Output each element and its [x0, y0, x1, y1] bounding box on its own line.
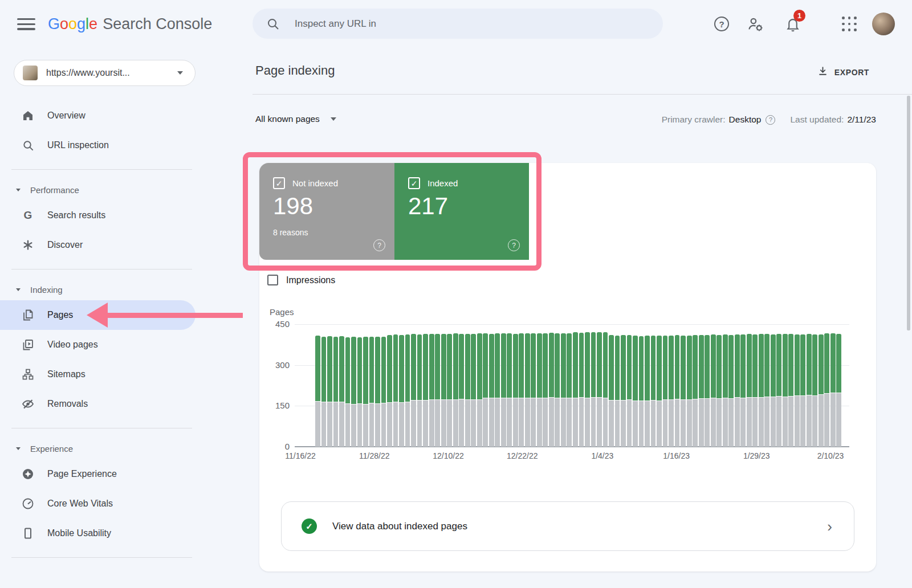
property-selector[interactable]: https://www.yoursit... [14, 60, 196, 86]
stacked-bar[interactable] [405, 334, 410, 447]
stacked-bar[interactable] [315, 336, 320, 447]
sidebar-item-removals[interactable]: Removals [0, 389, 196, 419]
stacked-bar[interactable] [795, 334, 800, 447]
stacked-bar[interactable] [561, 333, 566, 447]
stacked-bar[interactable] [824, 333, 829, 447]
stacked-bar[interactable] [345, 337, 351, 447]
stacked-bar[interactable] [693, 335, 698, 447]
stacked-bar[interactable] [651, 336, 656, 447]
stacked-bar[interactable] [327, 336, 332, 447]
stacked-bar[interactable] [573, 332, 578, 447]
stacked-bar[interactable] [740, 334, 746, 447]
stacked-bar[interactable] [639, 336, 644, 447]
stacked-bar[interactable] [417, 334, 422, 447]
stacked-bar[interactable] [681, 336, 686, 447]
stacked-bar[interactable] [513, 334, 518, 447]
stacked-bar[interactable] [531, 333, 536, 447]
stacked-bar[interactable] [711, 334, 716, 447]
stacked-bar[interactable] [585, 332, 590, 447]
user-settings-icon[interactable] [747, 15, 764, 32]
stacked-bar[interactable] [836, 334, 841, 447]
stacked-bar[interactable] [663, 336, 668, 447]
view-indexed-data-row[interactable]: ✓ View data about indexed pages › [281, 501, 854, 551]
stacked-bar[interactable] [471, 334, 476, 447]
stacked-bar[interactable] [507, 333, 512, 447]
stacked-bar[interactable] [699, 335, 704, 447]
stacked-bar[interactable] [800, 334, 805, 447]
stacked-bar[interactable] [609, 335, 614, 447]
stacked-bar[interactable] [633, 336, 638, 447]
stacked-bar[interactable] [555, 333, 560, 447]
stacked-bar[interactable] [321, 337, 327, 447]
stacked-bar[interactable] [333, 337, 339, 447]
stacked-bar[interactable] [387, 335, 392, 447]
stacked-bar[interactable] [393, 334, 398, 447]
stacked-bar[interactable] [669, 336, 674, 447]
help-circle-icon[interactable]: ? [766, 115, 775, 125]
stacked-bar[interactable] [615, 336, 620, 447]
sidebar-item-overview[interactable]: Overview [0, 101, 196, 130]
stacked-bar[interactable] [621, 335, 626, 447]
stacked-bar[interactable] [339, 336, 344, 447]
stacked-bar[interactable] [465, 334, 470, 447]
stacked-bar[interactable] [591, 332, 596, 447]
stacked-bar[interactable] [579, 333, 584, 447]
stacked-bar[interactable] [747, 334, 752, 447]
stacked-bar[interactable] [375, 337, 380, 447]
stacked-bar[interactable] [399, 335, 404, 447]
sidebar-item-video-pages[interactable]: Video pages [0, 330, 196, 360]
stacked-bar[interactable] [728, 335, 734, 447]
menu-icon[interactable] [17, 18, 35, 30]
sidebar-item-sitemaps[interactable]: Sitemaps [0, 360, 196, 389]
stacked-bar[interactable] [501, 333, 506, 447]
stacked-bar[interactable] [351, 337, 356, 447]
stacked-bar[interactable] [723, 334, 728, 447]
stacked-bar[interactable] [788, 334, 793, 447]
sidebar-section-indexing[interactable]: Indexing [0, 279, 242, 300]
stacked-bar[interactable] [381, 337, 386, 447]
sidebar-item-core-web-vitals[interactable]: Core Web Vitals [0, 489, 196, 518]
stacked-bar[interactable] [759, 334, 764, 447]
stacked-bar[interactable] [675, 335, 680, 447]
stacked-bar[interactable] [627, 335, 632, 447]
stacked-bar[interactable] [603, 332, 608, 447]
export-button[interactable]: EXPORT [817, 65, 869, 79]
stacked-bar[interactable] [411, 334, 416, 447]
stacked-bar[interactable] [807, 334, 812, 447]
stacked-bar[interactable] [687, 336, 692, 447]
stacked-bar[interactable] [776, 334, 781, 447]
stacked-bar[interactable] [537, 333, 542, 447]
stacked-bar[interactable] [705, 335, 710, 447]
stacked-bar[interactable] [459, 334, 464, 447]
stacked-bar[interactable] [423, 334, 428, 447]
help-icon[interactable]: ? [714, 17, 729, 31]
apps-grid-icon[interactable] [842, 17, 857, 31]
stacked-bar[interactable] [453, 333, 458, 447]
app-logo[interactable]: Google Search Console [48, 0, 212, 48]
url-inspect-searchbox[interactable]: Inspect any URL in [253, 9, 663, 39]
stacked-bar[interactable] [543, 333, 548, 447]
sidebar-section-experience[interactable]: Experience [0, 438, 242, 459]
stacked-bar[interactable] [357, 337, 363, 447]
sidebar-item-discover[interactable]: Discover [0, 230, 196, 260]
stacked-bar[interactable] [597, 332, 602, 447]
stacked-bar[interactable] [525, 333, 530, 447]
page-filter-dropdown[interactable]: All known pages [255, 114, 336, 124]
stacked-bar[interactable] [819, 334, 824, 447]
stacked-bar[interactable] [783, 334, 788, 447]
avatar[interactable] [872, 13, 895, 35]
stacked-bar[interactable] [764, 334, 769, 447]
stacked-bar[interactable] [363, 337, 368, 447]
stacked-bar[interactable] [435, 334, 440, 447]
stacked-bar[interactable] [483, 333, 488, 447]
stacked-bar[interactable] [441, 334, 446, 447]
sidebar-item-search-results[interactable]: GSearch results [0, 201, 196, 230]
stacked-bar[interactable] [477, 333, 482, 447]
stacked-bar[interactable] [519, 333, 524, 447]
stacked-bar[interactable] [489, 334, 494, 447]
sidebar-item-mobile-usability[interactable]: Mobile Usability [0, 518, 196, 548]
stacked-bar[interactable] [495, 333, 500, 447]
stacked-bar[interactable] [735, 334, 740, 447]
sidebar-item-url-inspection[interactable]: URL inspection [0, 130, 196, 160]
stacked-bar[interactable] [657, 336, 662, 447]
